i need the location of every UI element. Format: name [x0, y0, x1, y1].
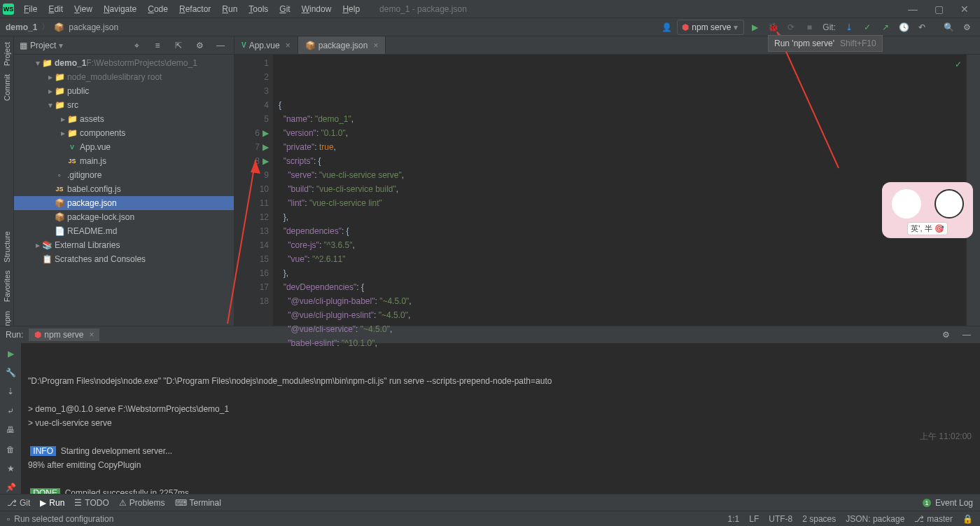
editor-gutter[interactable]: 123456▶7▶8▶9101112131415161718	[234, 55, 273, 326]
app-icon: WS	[3, 4, 14, 15]
push-icon[interactable]: ↗	[878, 20, 893, 35]
close-icon[interactable]: ×	[286, 41, 290, 50]
sidebar-tab-npm[interactable]: npm	[3, 311, 11, 326]
add-user-icon[interactable]: 👤	[659, 20, 674, 35]
run-title: Run:	[6, 330, 23, 340]
menu-run[interactable]: Run	[216, 4, 243, 14]
expand-all-icon[interactable]: ≡	[150, 38, 165, 53]
menu-tools[interactable]: Tools	[243, 4, 274, 14]
settings-icon[interactable]: ⚙	[959, 20, 974, 35]
gutter-run-icon[interactable]: ▶	[262, 128, 269, 138]
close-button[interactable]: ✕	[952, 4, 977, 15]
schema[interactable]: JSON: package	[846, 514, 904, 524]
history-icon[interactable]: 🕓	[896, 20, 911, 35]
caret-position[interactable]: 1:1	[728, 514, 740, 524]
close-icon[interactable]: ×	[373, 41, 378, 50]
tree-item[interactable]: ▸📁node_modules library root	[14, 70, 234, 84]
git-branch[interactable]: ⎇ master	[914, 514, 953, 524]
bottom-tab-problems[interactable]: ⚠Problems	[119, 498, 165, 508]
run-config-selector[interactable]: ⬢ npm serve ▾	[677, 20, 744, 35]
close-icon[interactable]: ×	[89, 330, 94, 340]
bottom-tab-todo[interactable]: ☰TODO	[74, 498, 108, 508]
tree-item[interactable]: VApp.vue	[14, 140, 234, 154]
menu-edit[interactable]: Edit	[43, 4, 69, 14]
wrap-icon[interactable]: ⤶	[3, 405, 18, 417]
project-pane-title: Project	[30, 41, 56, 50]
commit-icon[interactable]: ✓	[860, 20, 875, 35]
stop-button[interactable]: ■	[802, 20, 817, 35]
hide-icon[interactable]: —	[959, 327, 974, 342]
tree-item[interactable]: ◦.gitignore	[14, 168, 234, 182]
menu-navigate[interactable]: Navigate	[98, 4, 142, 14]
gutter-run-icon[interactable]: ▶	[262, 156, 269, 166]
status-bar: ▫ Run selected configuration 1:1 LF UTF-…	[0, 511, 980, 526]
minimize-button[interactable]: —	[899, 4, 926, 15]
tree-item[interactable]: ▸📚External Libraries	[14, 238, 234, 252]
menu-help[interactable]: Help	[337, 4, 365, 14]
run-tab[interactable]: ⬢ npm serve ×	[29, 328, 99, 341]
project-tree[interactable]: ▾📁demo_1 F:\WebstormProjects\demo_1▸📁nod…	[14, 55, 234, 326]
trash-icon[interactable]: 🗑	[3, 443, 18, 455]
bottom-tab-terminal[interactable]: ⌨Terminal	[175, 498, 221, 508]
lock-icon[interactable]: 🔒	[962, 514, 973, 524]
hide-icon[interactable]: —	[213, 38, 228, 53]
tree-item[interactable]: 📦package-lock.json	[14, 210, 234, 224]
tool-icon[interactable]: 🔧	[3, 366, 18, 378]
breadcrumb-file[interactable]: package.json	[69, 22, 118, 32]
sidebar-tab-favorites[interactable]: Favorites	[3, 270, 11, 302]
tree-item[interactable]: 📋Scratches and Consoles	[14, 252, 234, 266]
debug-button[interactable]: 🐞	[765, 20, 780, 35]
menu-git[interactable]: Git	[274, 4, 295, 14]
sidebar-tab-structure[interactable]: Structure	[3, 231, 11, 263]
tree-item[interactable]: ▸📁assets	[14, 112, 234, 126]
inspection-ok-icon[interactable]: ✓	[955, 57, 962, 71]
maximize-button[interactable]: ▢	[926, 4, 952, 15]
npm-icon: ⬢	[682, 22, 689, 32]
menu-view[interactable]: View	[69, 4, 98, 14]
locate-icon[interactable]: ⌖	[129, 38, 144, 53]
tree-item[interactable]: ▸📁components	[14, 126, 234, 140]
tree-item[interactable]: ▾📁demo_1 F:\WebstormProjects\demo_1	[14, 56, 234, 70]
tree-item[interactable]: 📦package.json	[14, 196, 234, 210]
line-separator[interactable]: LF	[749, 514, 759, 524]
rerun-icon[interactable]: ▶	[3, 347, 18, 359]
editor-tab[interactable]: 📦package.json×	[298, 36, 386, 54]
npm-icon: ⬢	[34, 330, 41, 340]
search-icon[interactable]: 🔍	[941, 20, 956, 35]
tree-item[interactable]: ▸📁public	[14, 84, 234, 98]
menu-file[interactable]: File	[18, 4, 43, 14]
menu-code[interactable]: Code	[142, 4, 174, 14]
print-icon[interactable]: 🖶	[3, 424, 18, 436]
coverage-button[interactable]: ⟳	[783, 20, 799, 35]
breadcrumb-project[interactable]: demo_1	[6, 22, 37, 32]
pin-icon[interactable]: 📌	[3, 482, 18, 494]
status-hint: Run selected configuration	[14, 514, 113, 524]
editor-tab[interactable]: VApp.vue×	[234, 36, 298, 54]
sidebar-tab-project[interactable]: Project	[3, 42, 11, 66]
bottom-tab-git[interactable]: ⎇Git	[7, 498, 30, 508]
tree-item[interactable]: JSmain.js	[14, 154, 234, 168]
tree-item[interactable]: ▾📁src	[14, 98, 234, 112]
event-log-button[interactable]: Event Log	[935, 498, 973, 508]
run-button[interactable]: ▶	[747, 20, 762, 35]
console-output[interactable]: "D:\Program Files\nodejs\node.exe" "D:\P…	[21, 343, 980, 494]
tree-item[interactable]: 📄README.md	[14, 224, 234, 238]
menu-window[interactable]: Window	[296, 4, 337, 14]
update-project-icon[interactable]: ⤓	[841, 20, 857, 35]
code-editor[interactable]: ✓ { "name": "demo_1", "version": "0.1.0"…	[273, 55, 966, 326]
indent[interactable]: 2 spaces	[802, 514, 836, 524]
overlay-sticker: 英', 半 🎯	[882, 182, 973, 238]
collapse-all-icon[interactable]: ⇱	[171, 38, 186, 53]
down-icon[interactable]: ⇣	[3, 386, 18, 398]
gutter-run-icon[interactable]: ▶	[262, 142, 269, 152]
breadcrumb[interactable]: demo_1 〉 📦 package.json	[6, 21, 118, 33]
sidebar-tab-commit[interactable]: Commit	[3, 74, 11, 101]
bottom-tab-run[interactable]: ▶Run	[40, 498, 64, 508]
rollback-icon[interactable]: ↶	[914, 20, 930, 35]
encoding[interactable]: UTF-8	[769, 514, 792, 524]
gear-icon[interactable]: ⚙	[192, 38, 207, 53]
vcs-label: Git:	[820, 22, 839, 32]
tree-item[interactable]: JSbabel.config.js	[14, 182, 234, 196]
menu-refactor[interactable]: Refactor	[174, 4, 216, 14]
star-icon[interactable]: ★	[3, 462, 18, 474]
